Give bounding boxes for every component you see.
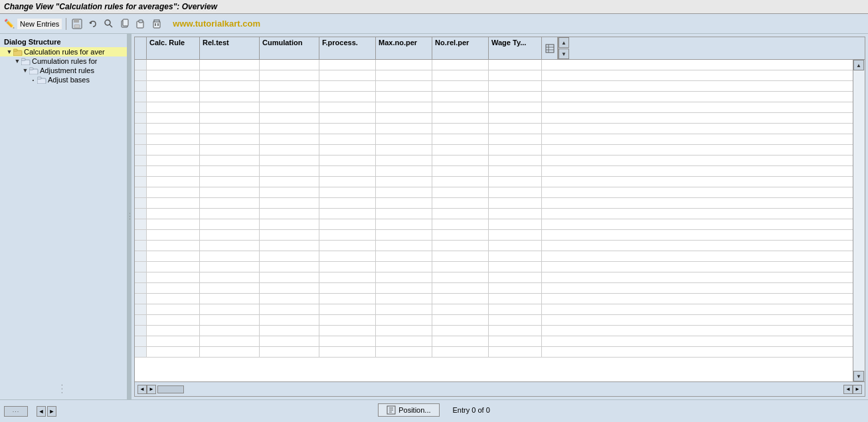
col-header-cumulation[interactable]: Cumulation [260,37,319,59]
td-max-no[interactable] [376,241,432,251]
td-wage-ty[interactable] [489,251,542,261]
sidebar-dots-btn[interactable]: ··· [4,406,28,417]
td-wage-ty[interactable] [489,294,542,304]
td-f-process[interactable] [319,145,376,155]
td-max-no[interactable] [376,304,432,314]
td-rel-test[interactable] [200,219,260,229]
td-calc-rule[interactable] [147,177,200,187]
td-wage-ty[interactable] [489,92,542,102]
hscroll-right-btn[interactable]: ► [147,385,156,394]
td-calc-rule[interactable] [147,60,200,70]
td-no-rel[interactable] [432,326,489,336]
td-no-rel[interactable] [432,241,489,251]
td-rel-test[interactable] [200,272,260,282]
td-rel-test[interactable] [200,347,260,357]
td-cumulation[interactable] [260,272,319,282]
td-rel-test[interactable] [200,209,260,219]
position-button[interactable]: Position... [378,403,439,417]
paste-icon[interactable] [134,17,147,31]
td-max-no[interactable] [376,315,432,325]
td-no-rel[interactable] [432,166,489,176]
col-header-max-no[interactable]: Max.no.per [376,37,432,59]
td-wage-ty[interactable] [489,347,542,357]
td-max-no[interactable] [376,283,432,293]
td-max-no[interactable] [376,219,432,229]
td-rel-test[interactable] [200,294,260,304]
td-no-rel[interactable] [432,177,489,187]
td-calc-rule[interactable] [147,187,200,197]
td-f-process[interactable] [319,166,376,176]
td-cumulation[interactable] [260,283,319,293]
td-rel-test[interactable] [200,187,260,197]
col-config-icon[interactable] [542,37,558,59]
td-cumulation[interactable] [260,262,319,272]
td-cumulation[interactable] [260,177,319,187]
save-icon[interactable] [70,17,84,31]
td-no-rel[interactable] [432,251,489,261]
td-max-no[interactable] [376,347,432,357]
td-max-no[interactable] [376,209,432,219]
td-max-no[interactable] [376,230,432,240]
find-icon[interactable] [102,17,116,31]
td-calc-rule[interactable] [147,102,200,112]
td-wage-ty[interactable] [489,315,542,325]
delete-icon[interactable] [150,17,163,31]
td-calc-rule[interactable] [147,294,200,304]
td-cumulation[interactable] [260,102,319,112]
td-cumulation[interactable] [260,124,319,134]
td-rel-test[interactable] [200,113,260,123]
td-max-no[interactable] [376,81,432,91]
td-no-rel[interactable] [432,70,489,80]
td-no-rel[interactable] [432,60,489,70]
td-cumulation[interactable] [260,134,319,144]
td-f-process[interactable] [319,60,376,70]
td-rel-test[interactable] [200,156,260,165]
td-cumulation[interactable] [260,294,319,304]
td-calc-rule[interactable] [147,219,200,229]
col-header-rel-test[interactable]: Rel.test [200,37,260,59]
copy-icon[interactable] [118,17,131,31]
td-f-process[interactable] [319,219,376,229]
td-wage-ty[interactable] [489,177,542,187]
td-max-no[interactable] [376,251,432,261]
td-f-process[interactable] [319,347,376,357]
td-rel-test[interactable] [200,315,260,325]
td-calc-rule[interactable] [147,230,200,240]
td-no-rel[interactable] [432,283,489,293]
td-f-process[interactable] [319,177,376,187]
td-wage-ty[interactable] [489,198,542,208]
td-cumulation[interactable] [260,156,319,165]
td-f-process[interactable] [319,262,376,272]
td-f-process[interactable] [319,198,376,208]
td-f-process[interactable] [319,187,376,197]
td-cumulation[interactable] [260,187,319,197]
hscroll-thumb[interactable] [157,385,184,393]
td-wage-ty[interactable] [489,166,542,176]
td-cumulation[interactable] [260,326,319,336]
td-rel-test[interactable] [200,326,260,336]
td-wage-ty[interactable] [489,262,542,272]
td-calc-rule[interactable] [147,241,200,251]
td-cumulation[interactable] [260,336,319,346]
td-f-process[interactable] [319,251,376,261]
td-no-rel[interactable] [432,219,489,229]
td-rel-test[interactable] [200,124,260,134]
td-rel-test[interactable] [200,102,260,112]
sidebar-item-adjustment-rules[interactable]: ▼ Adjustment rules [0,66,127,75]
td-wage-ty[interactable] [489,156,542,165]
td-f-process[interactable] [319,315,376,325]
td-cumulation[interactable] [260,70,319,80]
td-rel-test[interactable] [200,336,260,346]
td-calc-rule[interactable] [147,156,200,165]
td-no-rel[interactable] [432,92,489,102]
td-max-no[interactable] [376,166,432,176]
td-max-no[interactable] [376,177,432,187]
td-wage-ty[interactable] [489,304,542,314]
td-wage-ty[interactable] [489,134,542,144]
td-no-rel[interactable] [432,134,489,144]
td-f-process[interactable] [319,124,376,134]
hscroll-right-btn2[interactable]: ◄ [843,385,853,394]
td-calc-rule[interactable] [147,315,200,325]
td-max-no[interactable] [376,124,432,134]
td-calc-rule[interactable] [147,198,200,208]
